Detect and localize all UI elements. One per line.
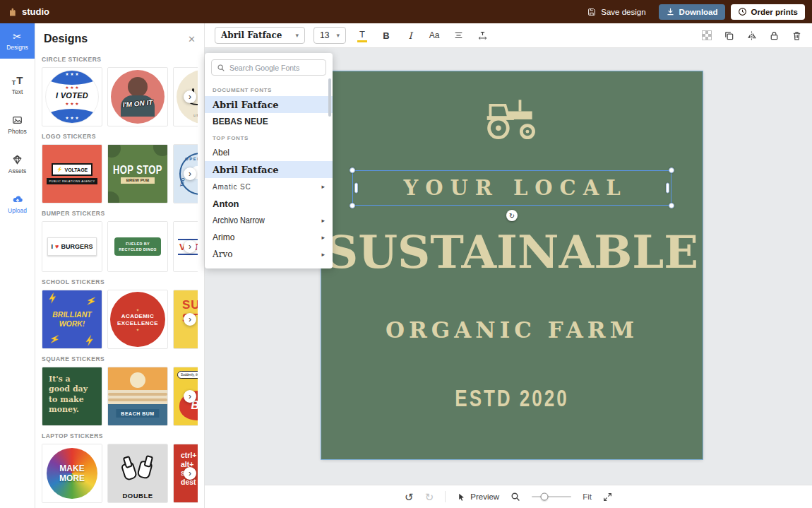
sidebar-item-designs[interactable]: ✂ Designs [0,23,35,59]
font-size-select[interactable]: 13 ▾ [314,27,346,44]
order-prints-button[interactable]: Order prints [731,4,805,20]
sidebar-item-label: Designs [6,44,28,51]
save-design-button[interactable]: Save design [580,4,652,20]
sticker-thumbnail-dinos[interactable]: FUELED BY RECYCLED DINOS [107,221,168,272]
sticker-content: ★ ★ ★ I VOTED ★ ★ ★ [46,85,98,107]
sticker-text: ACADEMIC [121,313,154,319]
sticker-thumbnail-i-voted[interactable]: ★ ★ ★ ★ ★ ★ ★ ★ ★ I VOTED ★ ★ ★ [42,67,102,126]
row-scroll-next-button[interactable]: › [184,167,196,180]
sidebar-item-label: Photos [8,128,26,135]
font-option-archivo-narrow[interactable]: Archivo Narrow ▸ [205,212,333,229]
row-scroll-next-button[interactable]: › [184,313,196,326]
bold-button[interactable]: B [378,27,394,44]
row-scroll-next-button[interactable]: › [184,90,196,103]
redo-button[interactable]: ↻ [425,492,434,502]
document-fonts-label: DOCUMENT FONTS [205,82,333,96]
resize-handle-top-right[interactable] [669,167,674,173]
transparency-button[interactable] [702,30,712,40]
duplicate-button[interactable] [724,30,734,41]
resize-handle-left[interactable] [354,183,358,194]
studio-logo[interactable]: studio [7,6,49,18]
flip-button[interactable] [746,30,757,41]
font-option-abril-fatface[interactable]: Abril Fatface [205,161,333,178]
font-option-label: Abril Fatface [213,165,279,175]
zoom-slider-knob[interactable] [541,493,549,501]
sticker-text: OPEN [185,157,198,161]
undo-button[interactable]: ↺ [405,492,414,502]
design-artboard[interactable]: YOUR LOCAL ↻ SUSTAINABLE ORGANIC FARM ES… [321,71,703,459]
sticker-thumbnail-hop-stop[interactable]: HOP STOP BREW PUB [107,144,168,203]
text-align-button[interactable] [450,27,466,44]
rotate-icon: ↻ [509,212,515,220]
sticker-text: BURGERS [61,243,92,250]
clock-icon [738,7,747,16]
fullscreen-icon[interactable] [603,492,612,502]
sticker-thumbnail-double[interactable]: DOUBLE [107,444,168,503]
resize-handle-bottom-right[interactable] [669,203,674,208]
sticker-thumbnail-burgers[interactable]: I ♥ BURGERS [42,221,102,272]
search-icon [217,64,225,72]
selected-text-element[interactable]: YOUR LOCAL ↻ [352,170,671,206]
zoom-icon[interactable] [511,492,520,502]
zoom-slider[interactable] [532,496,571,497]
row-scroll-next-button[interactable]: › [184,467,196,480]
lock-button[interactable] [769,30,780,41]
design-subtitle-text[interactable]: ORGANIC FARM [321,317,703,343]
sidebar-item-label: Upload [8,207,27,214]
chevron-right-icon: › [189,169,191,179]
design-heading-text[interactable]: YOUR LOCAL [353,171,671,205]
sticker-thumbnail-brilliant-work[interactable]: ⚡ ⚡ ⚡ ⚡ BRILLIANT WORK! [42,290,102,349]
sticker-thumbnail-make-more[interactable]: MAKE MORE [42,444,102,503]
resize-handle-bottom-left[interactable] [350,203,355,208]
fit-button[interactable]: Fit [583,492,592,501]
sticker-art: FUELED BY RECYCLED DINOS [108,222,167,271]
sidebar-item-upload[interactable]: Upload [0,186,35,221]
text-color-button[interactable]: T [354,27,370,44]
font-option-anton[interactable]: Anton [205,195,333,212]
close-panel-icon[interactable]: ✕ [188,34,196,45]
dropdown-scrollbar[interactable] [328,78,331,117]
photos-icon [11,114,23,126]
rotate-handle[interactable]: ↻ [506,210,518,221]
tractor-icon [482,97,542,141]
sticker-thumbnail-good-day[interactable]: It's a good day to make money. [42,367,102,426]
font-search-input[interactable] [229,64,321,72]
sidebar-item-text[interactable]: TT Text [0,67,35,102]
sticker-thumbnail-beach-bum[interactable]: BEACH BUM [107,367,168,426]
sidebar-item-photos[interactable]: Photos [0,107,35,142]
font-option-abril-fatface-doc[interactable]: Abril Fatface [205,96,333,113]
font-option-amatic-sc[interactable]: Amatic SC ▸ [205,178,333,195]
font-option-bebas-neue[interactable]: Bebas Neue [205,113,333,130]
preview-button[interactable]: Preview [457,492,499,502]
sticker-text: I VOTED [46,90,98,101]
bolt-icon: ⚡ [49,333,61,345]
sticker-row-logo: ⚡ VOLTAGE PUBLIC RELATIONS AGENCY HOP ST… [42,144,198,203]
sticker-text: WORK! [59,319,85,329]
sidebar-item-assets[interactable]: Assets [0,146,35,182]
text-spacing-button[interactable] [474,27,490,44]
resize-handle-right[interactable] [666,183,669,194]
decor-leaf [108,145,121,158]
delete-button[interactable] [792,30,802,41]
sticker-thumbnail-im-on-it[interactable]: I'M ON IT [107,67,168,126]
resize-handle-top-left[interactable] [350,167,355,173]
design-title-text[interactable]: SUSTAINABLE [321,225,703,278]
font-option-abel[interactable]: Abel [205,144,333,161]
italic-button[interactable]: I [402,27,418,44]
font-option-arvo[interactable]: Arvo ▸ [205,246,333,263]
sticker-thumbnail-academic[interactable]: ✦ ACADEMIC EXCELLENCE ✦ [107,290,168,349]
sticker-thumbnail-voltage[interactable]: ⚡ VOLTAGE PUBLIC RELATIONS AGENCY [42,144,102,203]
designs-panel-header: Designs ✕ [35,23,204,49]
font-option-arimo[interactable]: Arimo ▸ [205,229,333,246]
font-family-select[interactable]: Abril Fatface ▾ [215,27,305,44]
font-search-box[interactable] [211,59,326,76]
sticker-row-square: It's a good day to make money. BEACH BUM [42,367,198,426]
main-area: Abril Fatface ▾ 13 ▾ T B I Aa [205,23,812,508]
lock-icon [769,30,780,41]
chevron-right-icon: › [189,314,191,324]
download-button[interactable]: Download [659,4,725,20]
design-footer-text[interactable]: ESTD 2020 [321,385,703,413]
row-scroll-next-button[interactable]: › [184,240,196,253]
text-case-button[interactable]: Aa [426,27,442,44]
row-scroll-next-button[interactable]: › [184,390,196,403]
